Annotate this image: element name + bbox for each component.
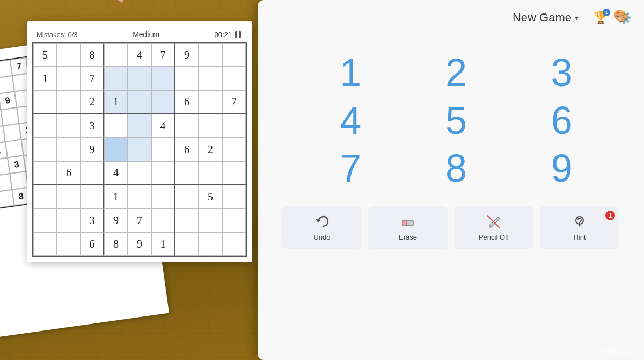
sudoku-cell[interactable]: 7	[151, 43, 175, 67]
sudoku-cell[interactable]: 6	[80, 232, 104, 256]
sudoku-cell[interactable]: 1	[104, 90, 128, 114]
sudoku-cell[interactable]: 6	[57, 161, 80, 185]
sudoku-cell[interactable]: 9	[175, 43, 199, 67]
sudoku-cell[interactable]	[199, 161, 222, 185]
palette-icon[interactable]: 🎨	[612, 8, 629, 25]
sudoku-cell[interactable]: 7	[80, 67, 104, 90]
sudoku-cell[interactable]	[33, 114, 57, 138]
sudoku-cell[interactable]: 6	[175, 90, 199, 114]
sudoku-cell[interactable]	[222, 114, 246, 138]
sudoku-cell[interactable]	[128, 138, 151, 161]
sudoku-cell[interactable]	[222, 232, 246, 256]
number-3-button[interactable]: 3	[511, 52, 612, 94]
sudoku-cell[interactable]	[175, 185, 199, 208]
sudoku-cell[interactable]	[57, 138, 80, 161]
sudoku-cell[interactable]: 1	[33, 67, 57, 90]
sudoku-cell[interactable]: 4	[151, 114, 175, 138]
sudoku-cell[interactable]	[57, 67, 80, 90]
sudoku-cell[interactable]	[199, 43, 222, 67]
pause-icon[interactable]	[235, 31, 243, 38]
new-game-button[interactable]: New Game ▾	[506, 8, 585, 28]
sudoku-cell[interactable]: 2	[199, 138, 222, 161]
sudoku-cell[interactable]: 1	[151, 232, 175, 256]
sudoku-cell[interactable]: 5	[199, 185, 222, 208]
sudoku-cell[interactable]	[151, 67, 175, 90]
sudoku-cell[interactable]	[222, 161, 246, 185]
sudoku-cell[interactable]	[57, 114, 80, 138]
sudoku-cell[interactable]	[175, 161, 199, 185]
sudoku-cell[interactable]	[80, 161, 104, 185]
sudoku-cell[interactable]: 4	[104, 161, 128, 185]
sudoku-cell[interactable]	[33, 232, 57, 256]
sudoku-cell[interactable]: 8	[104, 232, 128, 256]
sudoku-cell[interactable]	[222, 185, 246, 208]
sudoku-cell[interactable]: 7	[222, 90, 246, 114]
sudoku-cell[interactable]	[175, 232, 199, 256]
sudoku-cell[interactable]	[57, 185, 80, 208]
hint-button[interactable]: Hint 1	[540, 206, 619, 249]
sudoku-cell[interactable]	[199, 114, 222, 138]
sudoku-cell[interactable]: 9	[80, 138, 104, 161]
sudoku-cell[interactable]: 2	[80, 90, 104, 114]
sudoku-cell[interactable]	[222, 67, 246, 90]
sudoku-cell[interactable]	[57, 208, 80, 232]
sudoku-cell[interactable]	[33, 161, 57, 185]
trophy-wrapper[interactable]: 🏆 1	[594, 11, 608, 25]
sudoku-cell[interactable]	[104, 138, 128, 161]
sudoku-cell[interactable]	[104, 114, 128, 138]
sudoku-cell[interactable]: 7	[128, 208, 151, 232]
sudoku-cell[interactable]	[57, 90, 80, 114]
sudoku-cell[interactable]	[151, 161, 175, 185]
sudoku-cell[interactable]	[199, 208, 222, 232]
sudoku-cell[interactable]	[104, 43, 128, 67]
sudoku-cell[interactable]: 3	[80, 208, 104, 232]
sudoku-cell[interactable]	[222, 138, 246, 161]
sudoku-cell[interactable]	[33, 185, 57, 208]
pencil-button[interactable]: Pencil Off	[454, 206, 533, 249]
sudoku-cell[interactable]: 6	[175, 138, 199, 161]
sudoku-cell[interactable]	[104, 67, 128, 90]
number-8-button[interactable]: 8	[406, 147, 507, 190]
sudoku-cell[interactable]	[57, 43, 80, 67]
sudoku-cell[interactable]	[33, 208, 57, 232]
sudoku-cell[interactable]	[33, 90, 57, 114]
sudoku-cell[interactable]: 5	[33, 43, 57, 67]
number-5-button[interactable]: 5	[406, 99, 507, 142]
sudoku-cell[interactable]	[151, 90, 175, 114]
sudoku-cell[interactable]	[151, 138, 175, 161]
sudoku-cell[interactable]: 8	[80, 43, 104, 67]
sudoku-cell[interactable]	[128, 114, 151, 138]
sudoku-cell[interactable]	[222, 208, 246, 232]
sudoku-cell[interactable]	[128, 67, 151, 90]
sudoku-grid[interactable]: 584791721673496264153976891	[32, 42, 247, 257]
sudoku-cell[interactable]	[128, 185, 151, 208]
sudoku-cell[interactable]	[151, 208, 175, 232]
sudoku-cell[interactable]	[80, 185, 104, 208]
sudoku-cell[interactable]	[151, 185, 175, 208]
sudoku-cell[interactable]: 9	[128, 232, 151, 256]
sudoku-cell[interactable]: 3	[80, 114, 104, 138]
sudoku-cell[interactable]	[199, 67, 222, 90]
sudoku-cell[interactable]	[175, 67, 199, 90]
sudoku-cell[interactable]	[199, 232, 222, 256]
sudoku-cell[interactable]	[222, 43, 246, 67]
sudoku-cell[interactable]	[128, 161, 151, 185]
number-2-button[interactable]: 2	[406, 52, 507, 94]
number-7-button[interactable]: 7	[301, 147, 401, 190]
sudoku-cell[interactable]: 4	[128, 43, 151, 67]
sudoku-cell[interactable]	[175, 208, 199, 232]
undo-button[interactable]: Undo	[282, 206, 362, 249]
sudoku-cell[interactable]	[199, 90, 222, 114]
number-6-button[interactable]: 6	[511, 99, 612, 142]
number-4-button[interactable]: 4	[301, 99, 401, 142]
number-9-button[interactable]: 9	[511, 147, 612, 190]
sudoku-cell[interactable]	[33, 138, 57, 161]
svg-point-6	[579, 225, 581, 226]
sudoku-cell[interactable]	[57, 232, 80, 256]
number-1-button[interactable]: 1	[301, 52, 401, 94]
sudoku-cell[interactable]	[128, 90, 151, 114]
erase-button[interactable]: Erase	[368, 206, 448, 249]
sudoku-cell[interactable]	[175, 114, 199, 138]
sudoku-cell[interactable]: 1	[104, 185, 128, 208]
sudoku-cell[interactable]: 9	[104, 208, 128, 232]
